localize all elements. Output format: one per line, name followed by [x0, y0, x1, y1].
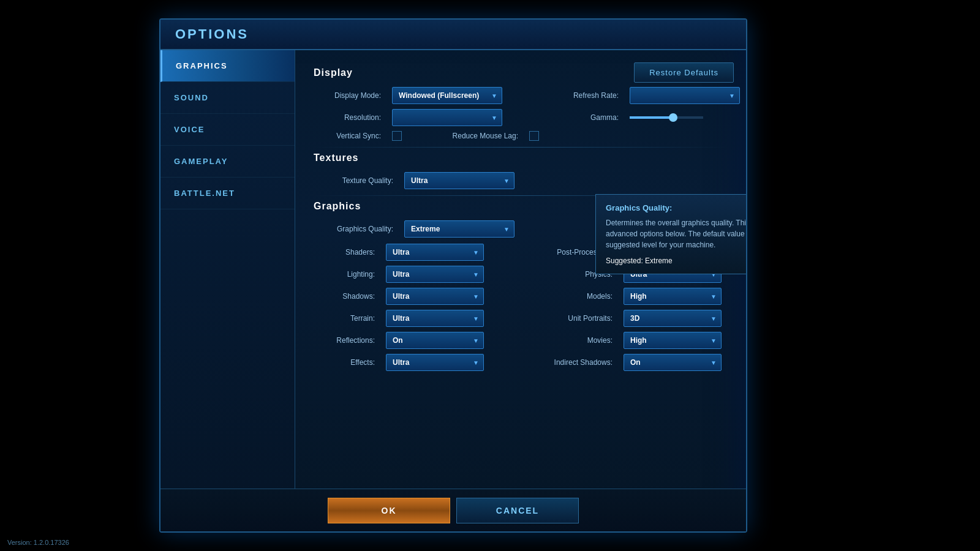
models-wrapper: High: [624, 288, 722, 305]
tooltip-box: Graphics Quality: Determines the overall…: [595, 194, 746, 274]
shaders-label: Shaders:: [314, 248, 375, 257]
bottom-bar: OK CANCEL: [160, 489, 746, 531]
refresh-rate-label: Refresh Rate:: [527, 91, 619, 100]
display-mode-wrapper: Windowed (Fullscreen): [392, 87, 502, 104]
resolution-wrapper: [392, 109, 502, 126]
gamma-slider-container: [630, 116, 703, 119]
indirect-shadows-label: Indirect Shadows:: [521, 358, 612, 367]
unit-portraits-wrapper: 3D: [624, 310, 722, 327]
terrain-wrapper: Ultra: [386, 310, 484, 327]
sidebar-item-battlenet-label: BATTLE.NET: [174, 189, 235, 198]
vertical-sync-checkbox[interactable]: [392, 131, 402, 141]
reflections-dropdown[interactable]: On: [386, 332, 484, 349]
graphics-quality-dropdown[interactable]: Extreme: [404, 220, 514, 238]
reduce-mouse-lag-label: Reduce Mouse Lag:: [426, 132, 518, 140]
divider-1: [314, 147, 728, 148]
sidebar-item-gameplay[interactable]: GAMEPLAY: [160, 146, 295, 178]
tooltip-suggested-value: Extreme: [645, 257, 673, 265]
resolution-label: Resolution:: [314, 113, 381, 122]
reflections-label: Reflections:: [314, 336, 375, 345]
indirect-shadows-wrapper: On: [624, 354, 722, 371]
vertical-sync-label: Vertical Sync:: [314, 132, 381, 140]
tooltip-text: Determines the overall graphics quality.…: [606, 217, 746, 250]
shaders-wrapper: Ultra: [386, 244, 484, 261]
cancel-button[interactable]: CANCEL: [456, 498, 579, 523]
sidebar: GRAPHICS SOUND VOICE GAMEPLAY BATTLE.NET: [160, 50, 295, 489]
textures-section-header: Textures: [314, 152, 728, 163]
terrain-dropdown[interactable]: Ultra: [386, 310, 484, 327]
models-dropdown[interactable]: High: [624, 288, 722, 305]
movies-wrapper: High: [624, 332, 722, 349]
tooltip-title: Graphics Quality:: [606, 203, 746, 212]
restore-defaults-button[interactable]: Restore Defaults: [634, 62, 734, 83]
display-mode-dropdown[interactable]: Windowed (Fullscreen): [392, 87, 502, 104]
gamma-slider[interactable]: [630, 116, 703, 119]
unit-portraits-label: Unit Portraits:: [521, 314, 612, 323]
resolution-dropdown[interactable]: [392, 109, 502, 126]
sidebar-item-graphics[interactable]: GRAPHICS: [160, 50, 295, 82]
main-content: Restore Defaults Display Display Mode: W…: [295, 50, 746, 489]
lighting-label: Lighting:: [314, 270, 375, 279]
lighting-dropdown[interactable]: Ultra: [386, 266, 484, 283]
version-label: Version: 1.2.0.17326: [7, 539, 69, 546]
unit-portraits-dropdown[interactable]: 3D: [624, 310, 722, 327]
ok-button[interactable]: OK: [328, 498, 450, 523]
models-label: Models:: [521, 292, 612, 301]
reduce-mouse-lag-checkbox[interactable]: [529, 131, 539, 141]
effects-wrapper: Ultra: [386, 354, 484, 371]
terrain-label: Terrain:: [314, 314, 375, 323]
gamma-label: Gamma:: [527, 113, 619, 122]
refresh-rate-dropdown[interactable]: [630, 87, 740, 104]
reflections-wrapper: On: [386, 332, 484, 349]
effects-dropdown[interactable]: Ultra: [386, 354, 484, 371]
texture-quality-label: Texture Quality:: [314, 176, 393, 185]
movies-dropdown[interactable]: High: [624, 332, 722, 349]
sidebar-item-sound[interactable]: SOUND: [160, 82, 295, 114]
dialog-title: OPTIONS: [175, 26, 249, 42]
shadows-dropdown[interactable]: Ultra: [386, 288, 484, 305]
movies-label: Movies:: [521, 336, 612, 345]
sidebar-item-sound-label: SOUND: [174, 93, 209, 102]
shaders-dropdown[interactable]: Ultra: [386, 244, 484, 261]
sidebar-item-voice-label: VOICE: [174, 125, 205, 134]
tooltip-suggested-label: Suggested:: [606, 257, 643, 265]
graphics-quality-label: Graphics Quality:: [314, 225, 393, 233]
display-mode-label: Display Mode:: [314, 91, 381, 100]
sidebar-item-graphics-label: GRAPHICS: [176, 61, 228, 70]
shadows-label: Shadows:: [314, 292, 375, 301]
lighting-wrapper: Ultra: [386, 266, 484, 283]
tooltip-suggested: Suggested: Extreme: [606, 257, 746, 265]
title-bar: OPTIONS: [160, 20, 746, 50]
texture-quality-wrapper: Ultra: [404, 172, 514, 189]
graphics-quality-wrapper: Extreme: [404, 220, 514, 238]
sidebar-item-gameplay-label: GAMEPLAY: [174, 157, 228, 166]
options-dialog: OPTIONS GRAPHICS SOUND VOICE GAMEPLAY BA…: [159, 18, 747, 533]
texture-quality-dropdown[interactable]: Ultra: [404, 172, 514, 189]
sidebar-item-battlenet[interactable]: BATTLE.NET: [160, 178, 295, 209]
shadows-wrapper: Ultra: [386, 288, 484, 305]
sidebar-item-voice[interactable]: VOICE: [160, 114, 295, 146]
effects-label: Effects:: [314, 358, 375, 367]
refresh-rate-wrapper: [630, 87, 740, 104]
indirect-shadows-dropdown[interactable]: On: [624, 354, 722, 371]
